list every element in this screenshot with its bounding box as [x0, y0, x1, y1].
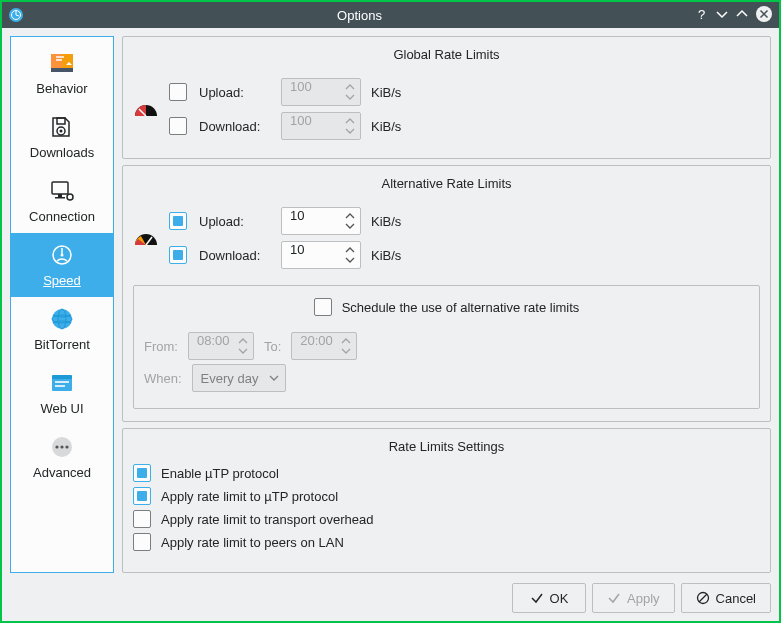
apply-button[interactable]: Apply	[592, 583, 675, 613]
alt-download-checkbox[interactable]	[169, 246, 187, 264]
speed-icon	[50, 243, 74, 267]
schedule-enable-label: Schedule the use of alternative rate lim…	[342, 300, 580, 315]
spin-buttons[interactable]	[344, 82, 360, 102]
sidebar-item-label: Downloads	[30, 145, 94, 160]
schedule-enable-checkbox[interactable]	[314, 298, 332, 316]
when-label: When:	[144, 371, 182, 386]
svg-point-24	[55, 445, 58, 448]
cancel-icon	[696, 591, 710, 605]
svg-point-26	[65, 445, 68, 448]
cancel-label: Cancel	[716, 591, 756, 606]
sidebar-item-bittorrent[interactable]: BitTorrent	[11, 297, 113, 361]
alt-upload-checkbox[interactable]	[169, 212, 187, 230]
global-download-spin[interactable]: 100	[281, 112, 361, 140]
ok-label: OK	[550, 591, 569, 606]
sidebar-item-label: Speed	[43, 273, 81, 288]
ok-button[interactable]: OK	[512, 583, 586, 613]
svg-rect-7	[57, 118, 65, 124]
global-rate-limits-group: Global Rate Limits Upload: 100	[122, 36, 771, 159]
apply-label: Apply	[627, 591, 660, 606]
schedule-subgroup: Schedule the use of alternative rate lim…	[133, 285, 760, 409]
spin-buttons[interactable]	[344, 211, 360, 231]
from-label: From:	[144, 339, 178, 354]
group-title: Alternative Rate Limits	[133, 176, 760, 191]
sidebar-item-label: BitTorrent	[34, 337, 90, 352]
svg-rect-12	[55, 197, 65, 199]
downloads-icon	[50, 115, 74, 139]
svg-point-15	[61, 253, 64, 256]
global-upload-checkbox[interactable]	[169, 83, 187, 101]
webui-icon	[50, 371, 74, 395]
behavior-icon	[50, 51, 74, 75]
dialog-button-row: OK Apply Cancel	[10, 573, 771, 613]
close-icon[interactable]	[755, 5, 773, 26]
spin-buttons[interactable]	[344, 245, 360, 265]
unit-label: KiB/s	[371, 214, 431, 229]
svg-rect-22	[55, 385, 65, 387]
limit-lan-label: Apply rate limit to peers on LAN	[161, 535, 344, 550]
when-value: Every day	[201, 371, 259, 386]
spin-buttons[interactable]	[340, 336, 356, 356]
bittorrent-icon	[50, 307, 74, 331]
svg-rect-11	[58, 194, 62, 197]
check-icon	[607, 591, 621, 605]
alt-upload-spin[interactable]: 10	[281, 207, 361, 235]
speedometer-icon	[133, 100, 159, 118]
to-time-spin[interactable]: 20:00	[291, 332, 357, 360]
sidebar-item-behavior[interactable]: Behavior	[11, 41, 113, 105]
when-combo[interactable]: Every day	[192, 364, 286, 392]
svg-rect-10	[52, 182, 68, 194]
svg-rect-5	[51, 54, 62, 68]
svg-text:?: ?	[698, 7, 705, 21]
from-time-spin[interactable]: 08:00	[188, 332, 254, 360]
global-upload-spin[interactable]: 100	[281, 78, 361, 106]
group-title: Global Rate Limits	[133, 47, 760, 62]
alt-download-spin[interactable]: 10	[281, 241, 361, 269]
limit-overhead-checkbox[interactable]	[133, 510, 151, 528]
svg-point-13	[67, 194, 73, 200]
sidebar-item-label: Behavior	[36, 81, 87, 96]
alternative-rate-limits-group: Alternative Rate Limits Upload: 10	[122, 165, 771, 422]
spin-buttons[interactable]	[237, 336, 253, 356]
global-download-label: Download:	[199, 119, 271, 134]
global-upload-label: Upload:	[199, 85, 271, 100]
sidebar-item-downloads[interactable]: Downloads	[11, 105, 113, 169]
svg-point-16	[52, 309, 72, 329]
sidebar-item-label: Web UI	[40, 401, 83, 416]
global-download-checkbox[interactable]	[169, 117, 187, 135]
sidebar-item-label: Advanced	[33, 465, 91, 480]
svg-rect-21	[55, 381, 69, 383]
maximize-icon[interactable]	[735, 7, 749, 24]
chevron-down-icon	[269, 375, 279, 381]
enable-utp-checkbox[interactable]	[133, 464, 151, 482]
alt-upload-label: Upload:	[199, 214, 271, 229]
window-title: Options	[24, 8, 695, 23]
to-label: To:	[264, 339, 281, 354]
sidebar-item-advanced[interactable]: Advanced	[11, 425, 113, 489]
svg-rect-6	[51, 68, 73, 72]
titlebar: Options ?	[2, 2, 779, 28]
spin-buttons[interactable]	[344, 116, 360, 136]
group-title: Rate Limits Settings	[133, 439, 760, 454]
app-icon	[2, 7, 24, 23]
sidebar-item-connection[interactable]: Connection	[11, 169, 113, 233]
rate-limits-settings-group: Rate Limits Settings Enable µTP protocol…	[122, 428, 771, 573]
svg-point-9	[60, 129, 63, 132]
speedometer-alt-icon	[133, 229, 159, 247]
category-sidebar: Behavior Downloads Connection Speed	[10, 36, 114, 573]
limit-utp-label: Apply rate limit to µTP protocol	[161, 489, 338, 504]
check-icon	[530, 591, 544, 605]
minimize-icon[interactable]	[715, 7, 729, 24]
limit-utp-checkbox[interactable]	[133, 487, 151, 505]
sidebar-item-webui[interactable]: Web UI	[11, 361, 113, 425]
unit-label: KiB/s	[371, 248, 431, 263]
limit-overhead-label: Apply rate limit to transport overhead	[161, 512, 373, 527]
advanced-icon	[50, 435, 74, 459]
unit-label: KiB/s	[371, 85, 431, 100]
sidebar-item-label: Connection	[29, 209, 95, 224]
cancel-button[interactable]: Cancel	[681, 583, 771, 613]
help-icon[interactable]: ?	[695, 7, 709, 24]
sidebar-item-speed[interactable]: Speed	[11, 233, 113, 297]
svg-rect-19	[52, 377, 72, 391]
limit-lan-checkbox[interactable]	[133, 533, 151, 551]
